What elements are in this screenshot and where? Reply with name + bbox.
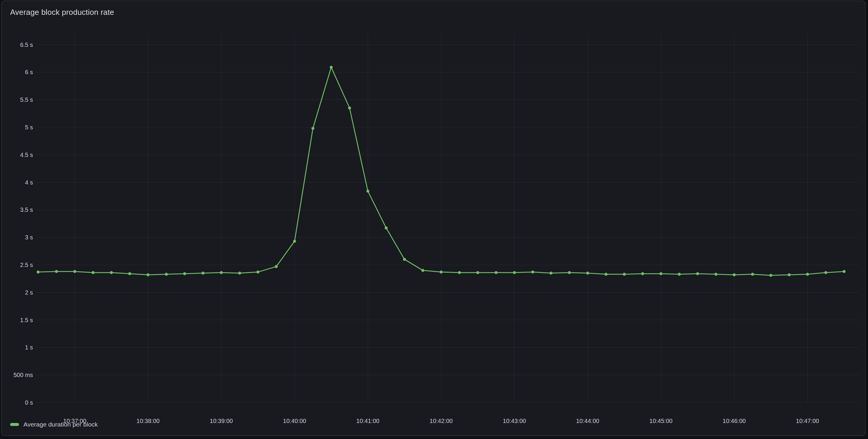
- data-point-10:45:45[interactable]: [714, 273, 717, 276]
- x-tick-label: 10:39:00: [210, 418, 233, 424]
- data-point-10:46:00[interactable]: [733, 273, 736, 276]
- y-tick-label: 3.5 s: [20, 207, 33, 213]
- data-point-10:38:30[interactable]: [183, 272, 186, 275]
- data-point-10:44:45[interactable]: [641, 272, 644, 275]
- data-point-10:47:00[interactable]: [806, 273, 809, 276]
- y-tick-label: 5.5 s: [20, 96, 33, 103]
- data-point-10:38:00[interactable]: [147, 273, 150, 276]
- y-tick-label: 5 s: [25, 124, 33, 130]
- data-point-10:44:30[interactable]: [623, 273, 626, 276]
- y-tick-label: 4 s: [25, 179, 33, 186]
- data-point-10:40:00[interactable]: [293, 240, 296, 243]
- data-point-10:43:30[interactable]: [550, 272, 553, 275]
- x-tick-label: 10:38:00: [136, 418, 160, 424]
- data-point-10:37:45[interactable]: [128, 272, 131, 275]
- data-point-10:43:45[interactable]: [568, 271, 571, 274]
- x-tick-label: 10:42:00: [430, 418, 453, 424]
- series-color-swatch-icon: [10, 423, 19, 426]
- x-tick-label: 10:43:00: [503, 418, 526, 424]
- data-point-10:41:15[interactable]: [385, 227, 388, 229]
- data-point-10:42:30[interactable]: [476, 271, 479, 274]
- x-tick-label: 10:40:00: [283, 418, 306, 424]
- y-tick-label: 1 s: [25, 344, 33, 351]
- x-tick-label: 10:46:00: [723, 418, 746, 424]
- y-tick-label: 6 s: [25, 69, 33, 75]
- y-tick-label: 6.5 s: [20, 41, 33, 48]
- data-point-10:39:45[interactable]: [275, 265, 278, 268]
- data-point-10:36:30[interactable]: [37, 271, 40, 274]
- data-point-10:36:45[interactable]: [55, 270, 58, 273]
- x-tick-label: 10:47:00: [796, 418, 819, 424]
- data-point-10:45:30[interactable]: [696, 272, 699, 275]
- data-point-10:46:45[interactable]: [787, 273, 790, 276]
- data-point-10:43:15[interactable]: [531, 271, 534, 274]
- data-point-10:42:15[interactable]: [458, 271, 461, 274]
- grafana-dashboard-page: { "panel": { "title": "Average block pro…: [0, 0, 868, 439]
- x-tick-label: 10:41:00: [356, 418, 379, 424]
- data-point-10:37:30[interactable]: [110, 271, 113, 274]
- data-point-10:46:15[interactable]: [751, 273, 754, 276]
- y-tick-label: 3 s: [25, 234, 33, 241]
- data-point-10:37:15[interactable]: [92, 271, 95, 274]
- data-point-10:44:15[interactable]: [604, 273, 608, 276]
- data-point-10:44:00[interactable]: [586, 272, 589, 275]
- data-point-10:39:15[interactable]: [238, 272, 241, 275]
- data-point-10:40:45[interactable]: [348, 106, 351, 109]
- y-tick-label: 0 s: [25, 399, 33, 406]
- data-point-10:45:00[interactable]: [659, 272, 662, 275]
- data-point-10:43:00[interactable]: [513, 271, 516, 274]
- data-point-10:40:15[interactable]: [311, 127, 314, 130]
- chart-legend: Average duration per block: [10, 420, 98, 428]
- data-point-10:45:15[interactable]: [678, 273, 681, 276]
- data-point-10:42:45[interactable]: [495, 271, 497, 274]
- x-tick-label: 10:44:00: [576, 418, 599, 424]
- y-tick-label: 2.5 s: [20, 262, 33, 268]
- legend-series-label[interactable]: Average duration per block: [24, 420, 98, 428]
- time-series-chart[interactable]: 0 s500 ms1 s1.5 s2 s2.5 s3 s3.5 s4 s4.5 …: [0, 0, 868, 439]
- data-point-10:40:30[interactable]: [330, 66, 333, 69]
- data-point-10:39:00[interactable]: [220, 271, 223, 274]
- data-point-10:41:30[interactable]: [403, 258, 406, 261]
- y-tick-label: 4.5 s: [20, 152, 33, 158]
- panel-title[interactable]: Average block production rate: [10, 8, 114, 17]
- y-tick-label: 500 ms: [13, 372, 33, 378]
- data-point-10:41:45[interactable]: [421, 269, 424, 272]
- data-point-10:41:00[interactable]: [366, 190, 369, 192]
- x-tick-label: 10:45:00: [649, 418, 673, 424]
- data-point-10:42:00[interactable]: [440, 271, 443, 274]
- data-point-10:46:30[interactable]: [770, 274, 773, 277]
- y-tick-label: 2 s: [25, 289, 33, 296]
- data-point-10:47:30[interactable]: [843, 270, 846, 273]
- legend-item-average-duration-per-block[interactable]: Average duration per block: [10, 420, 98, 428]
- data-point-10:38:45[interactable]: [202, 272, 205, 275]
- data-point-10:39:30[interactable]: [257, 271, 259, 274]
- data-point-10:47:15[interactable]: [825, 271, 827, 274]
- data-point-10:38:15[interactable]: [165, 273, 168, 276]
- y-tick-label: 1.5 s: [20, 317, 33, 323]
- data-point-10:37:00[interactable]: [73, 270, 76, 273]
